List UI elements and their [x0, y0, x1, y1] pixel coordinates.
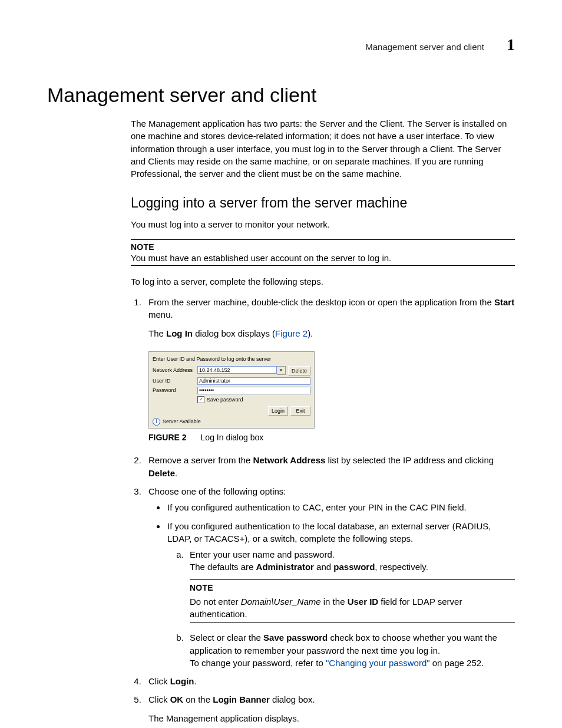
changing-password-link[interactable]: "Changing your password"	[326, 658, 430, 668]
save-password-checkbox[interactable]: ✓	[197, 396, 204, 403]
inner-note: NOTE Do not enter Domain\User_Name in th…	[190, 579, 515, 623]
chapter-number: 1	[507, 35, 515, 54]
network-address-input[interactable]	[197, 366, 277, 374]
body: The Management application has two parts…	[131, 117, 515, 724]
network-address-dropdown[interactable]: ▼	[277, 366, 286, 375]
figure-caption: FIGURE 2Log In dialog box	[148, 432, 515, 444]
figure-2-link[interactable]: Figure 2	[275, 328, 308, 338]
steps-list: From the server machine, double-click th…	[131, 296, 515, 724]
password-label: Password	[153, 387, 195, 394]
delete-button[interactable]: Delete	[288, 366, 310, 375]
pre-steps: To log into a server, complete the follo…	[131, 275, 515, 288]
dialog-prompt: Enter User ID and Password to log onto t…	[153, 355, 310, 363]
dialog-login-button[interactable]: Login	[268, 406, 288, 416]
dialog-exit-button[interactable]: Exit	[290, 406, 310, 416]
step-3: Choose one of the following optins: If y…	[144, 485, 515, 669]
user-id-label: User ID	[153, 377, 195, 385]
note-block: NOTE You must have an established user a…	[131, 239, 515, 266]
step-3-bullet-1: If you configured authentication to CAC,…	[166, 501, 515, 513]
page: Management server and client 1 Managemen…	[0, 0, 562, 728]
step-1-sub: The Log In dialog box displays (Figure 2…	[148, 327, 515, 340]
step-1: From the server machine, double-click th…	[144, 296, 515, 443]
sub-intro: You must log into a server to monitor yo…	[131, 218, 515, 230]
step-3a: Enter your user name and password. The d…	[186, 548, 515, 623]
step-5: Click OK on the Login Banner dialog box.…	[144, 693, 515, 724]
info-icon: i	[153, 418, 160, 426]
network-address-label: Network Address	[153, 367, 195, 374]
save-password-label: Save password	[207, 396, 243, 404]
login-dialog: Enter User ID and Password to log onto t…	[148, 351, 315, 429]
section-subhead: Logging into a server from the server ma…	[131, 195, 515, 211]
running-title: Management server and client	[365, 42, 484, 52]
step-4: Click Login.	[144, 675, 515, 687]
user-id-input[interactable]	[197, 377, 310, 385]
step-5-sub: The Management application displays.	[148, 712, 515, 724]
step-3-bullet-2: If you configured authentication to the …	[166, 520, 515, 670]
password-input[interactable]	[197, 387, 310, 394]
step-2: Remove a server from the Network Address…	[144, 454, 515, 479]
intro-paragraph: The Management application has two parts…	[131, 117, 515, 180]
step-3b: Select or clear the Save password check …	[186, 631, 515, 669]
note-text: You must have an established user accoun…	[131, 253, 515, 263]
page-title: Management server and client	[47, 84, 515, 107]
note-label: NOTE	[131, 242, 515, 252]
running-header: Management server and client 1	[47, 35, 515, 54]
server-status: Server Available	[163, 418, 201, 426]
